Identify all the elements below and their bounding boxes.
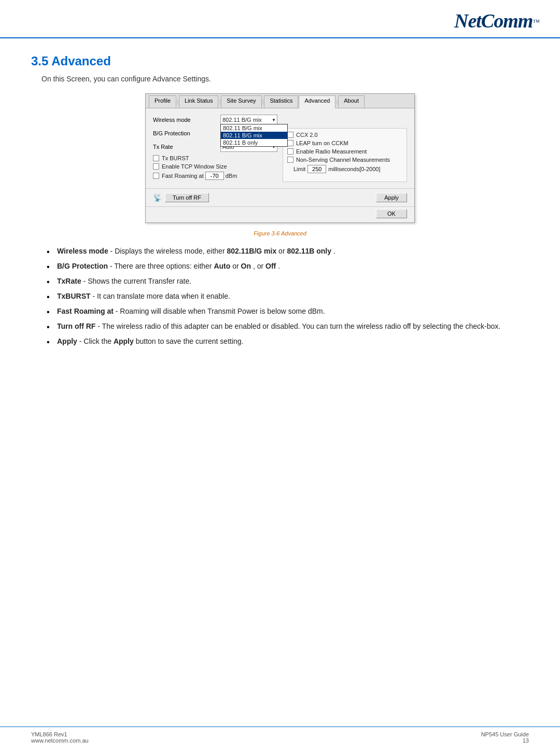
fast-roaming-label: Fast Roaming at: [162, 173, 204, 179]
fast-roaming-row: Fast Roaming at -70 dBm: [153, 172, 277, 180]
dialog-bottom-bar: 📡 Turn off RF Apply: [146, 188, 414, 206]
enable-tcp-checkbox[interactable]: [153, 163, 159, 170]
bullet-text-or: or: [278, 247, 287, 255]
page-content: 3.5 Advanced On this Screen, you can con…: [0, 38, 560, 372]
radio-measurement-row: Enable Radio Measurement: [287, 148, 402, 155]
dropdown-option-bg-mix-1[interactable]: 802.11 B/G mix: [221, 124, 287, 132]
bullet-text-turn-off-rf: - The wireless radio of this adapter can…: [97, 322, 500, 330]
list-item-fast-roaming: Fast Roaming at - Roaming will disable w…: [47, 306, 529, 317]
bullet-bold-txrate: TxRate: [57, 277, 81, 285]
page-footer: YML866 Rev1 www.netcomm.com.au NP545 Use…: [0, 727, 560, 744]
tab-advanced[interactable]: Advanced: [299, 95, 335, 108]
radio-measurement-label: Enable Radio Measurement: [296, 148, 367, 155]
limit-unit: milliseconds[0-2000]: [328, 166, 380, 172]
apply-button[interactable]: Apply: [376, 193, 407, 202]
enable-tcp-label: Enable TCP Window Size: [162, 163, 227, 170]
footer-right: NP545 User Guide 13: [481, 731, 529, 744]
bullet-bold-off: Off: [265, 262, 276, 270]
bullet-text-bg-protection: - There are three options: either: [110, 262, 214, 270]
bullet-bold-bg-mix: 802.11B/G mix: [227, 247, 276, 255]
fast-roaming-unit: dBm: [226, 173, 237, 179]
trademark: ™: [533, 18, 539, 26]
dropdown-option-b-only[interactable]: 802.11 B only: [221, 139, 287, 146]
logo: NetComm™: [454, 9, 539, 32]
tx-burst-row: Tx BURST: [153, 155, 277, 161]
limit-row: Limit milliseconds[0-2000]: [293, 165, 402, 173]
tab-site-survey[interactable]: Site Survey: [221, 95, 261, 108]
dialog-content: Wireless mode 802.11 B/G mix ▼ 802.11 B/…: [146, 108, 414, 188]
tx-burst-checkbox[interactable]: [153, 155, 159, 161]
ccx-checkbox[interactable]: [287, 132, 293, 138]
bullet-bold-b-only: 802.11B only: [287, 247, 331, 255]
tab-profile[interactable]: Profile: [149, 95, 176, 108]
bullet-text-apply-1: - Click the: [79, 337, 114, 345]
tab-bar: Profile | Link Status | Site Survey | St…: [146, 94, 414, 108]
bullet-bold-on: On: [241, 262, 251, 270]
turn-off-rf-button[interactable]: Turn off RF: [165, 193, 209, 202]
footer-page-number: 13: [481, 737, 529, 744]
bullet-bold-bg-protection: B/G Protection: [57, 262, 108, 270]
limit-input[interactable]: [307, 165, 326, 173]
page-header: NetComm™: [0, 0, 560, 38]
bullet-bold-auto: Auto: [214, 262, 230, 270]
radio-measurement-checkbox[interactable]: [287, 148, 293, 155]
ok-button[interactable]: OK: [376, 209, 407, 218]
fast-roaming-checkbox[interactable]: [153, 173, 159, 179]
figure-caption: Figure 3-6 Advanced: [31, 230, 529, 236]
tab-link-status[interactable]: Link Status: [179, 95, 218, 108]
bullet-text-txrate: - Shows the current Transfer rate.: [83, 277, 192, 285]
wireless-mode-value: 802.11 B/G mix: [222, 117, 262, 123]
bullet-bold-apply: Apply: [57, 337, 77, 345]
wireless-mode-row: Wireless mode 802.11 B/G mix ▼ 802.11 B/…: [153, 115, 407, 125]
list-item-wireless-mode: Wireless mode - Displays the wireless mo…: [47, 246, 529, 257]
footer-left: YML866 Rev1 www.netcomm.com.au: [31, 731, 89, 744]
enable-tcp-row: Enable TCP Window Size: [153, 163, 277, 170]
dropdown-arrow-icon: ▼: [272, 118, 276, 122]
wireless-mode-select[interactable]: 802.11 B/G mix ▼: [220, 115, 277, 125]
bullet-text-wireless-mode: - Displays the wireless mode, either: [110, 247, 227, 255]
wireless-mode-dropdown: 802.11 B/G mix 802.11 B/G mix 802.11 B o…: [220, 124, 288, 147]
tab-statistics[interactable]: Statistics: [264, 95, 298, 108]
bg-protection-label: B/G Protection: [153, 130, 220, 136]
col-right: CCX 2.0 LEAP turn on CCKM Enable Radio M…: [283, 128, 407, 182]
ccx-label: CCX 2.0: [296, 132, 318, 138]
tab-about[interactable]: About: [338, 95, 365, 108]
bullet-bold-wireless-mode: Wireless mode: [57, 247, 108, 255]
list-item-txrate: TxRate - Shows the current Transfer rate…: [47, 276, 529, 287]
non-serving-label: Non-Serving Channel Measurements: [296, 157, 390, 163]
section-title: 3.5 Advanced: [31, 54, 529, 68]
list-item-apply: Apply - Click the Apply button to save t…: [47, 336, 529, 347]
footer-product: NP545 User Guide: [481, 731, 529, 737]
footer-revision: YML866 Rev1: [31, 731, 89, 737]
leap-label: LEAP turn on CCKM: [296, 140, 348, 146]
bullet-text-txburst: - It can translate more data when it ena…: [92, 292, 230, 300]
bullet-list: Wireless mode - Displays the wireless mo…: [47, 246, 529, 347]
bullet-text-fast-roaming: - Roaming will disable when Transmit Pow…: [116, 307, 325, 315]
wireless-mode-label: Wireless mode: [153, 117, 220, 123]
tx-rate-label: Tx Rate: [153, 144, 220, 150]
non-serving-row: Non-Serving Channel Measurements: [287, 157, 402, 163]
non-serving-checkbox[interactable]: [287, 157, 293, 163]
dialog-ok-row: OK: [146, 206, 414, 222]
turn-off-rf-area: 📡 Turn off RF: [153, 193, 209, 202]
section-description: On this Screen, you can configure Advanc…: [41, 75, 529, 83]
list-item-turn-off-rf: Turn off RF - The wireless radio of this…: [47, 321, 529, 332]
list-item-bg-protection: B/G Protection - There are three options…: [47, 261, 529, 272]
bullet-text-apply-2: button to save the current setting.: [136, 337, 244, 345]
bullet-bold-fast-roaming: Fast Roaming at: [57, 307, 114, 315]
tx-burst-label: Tx BURST: [162, 155, 189, 161]
wireless-mode-select-container: 802.11 B/G mix ▼ 802.11 B/G mix 802.11 B…: [220, 115, 277, 125]
leap-row: LEAP turn on CCKM: [287, 140, 402, 146]
leap-checkbox[interactable]: [287, 140, 293, 146]
dropdown-option-bg-mix-2[interactable]: 802.11 B/G mix: [221, 132, 287, 139]
bullet-bold-apply-2: Apply: [114, 337, 134, 345]
limit-label: Limit: [293, 166, 305, 172]
advanced-dialog: Profile | Link Status | Site Survey | St…: [145, 93, 415, 223]
rf-icon: 📡: [153, 193, 162, 202]
logo-text: NetComm: [454, 10, 533, 32]
fast-roaming-input[interactable]: -70: [205, 172, 224, 180]
ccx-row: CCX 2.0: [287, 132, 402, 138]
bullet-bold-turn-off-rf: Turn off RF: [57, 322, 95, 330]
bullet-bold-txburst: TxBURST: [57, 292, 91, 300]
list-item-txburst: TxBURST - It can translate more data whe…: [47, 291, 529, 302]
